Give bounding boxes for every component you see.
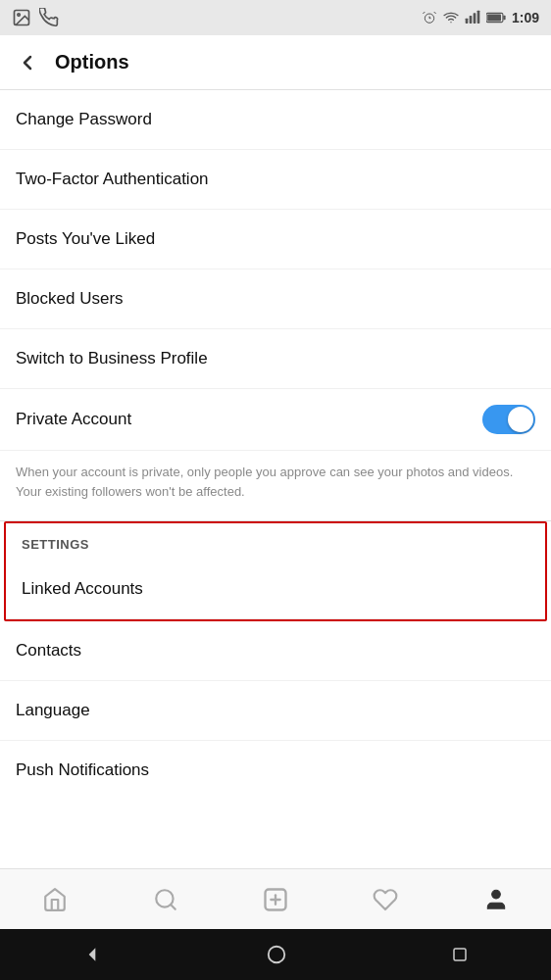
android-home-button[interactable]	[266, 944, 287, 965]
private-account-row[interactable]: Private Account	[0, 389, 551, 451]
toggle-thumb	[508, 407, 533, 432]
status-bar: 1:09	[0, 0, 551, 35]
image-icon	[12, 8, 31, 27]
nav-search[interactable]	[142, 876, 189, 923]
status-bar-right: 1:09	[422, 10, 539, 25]
page-title: Options	[55, 51, 129, 74]
android-nav-bar	[0, 929, 551, 980]
svg-line-3	[423, 12, 425, 14]
svg-rect-20	[454, 949, 466, 960]
menu-item-language[interactable]: Language	[0, 681, 551, 741]
private-account-toggle[interactable]	[482, 405, 535, 434]
svg-line-4	[434, 12, 436, 14]
toggle-track	[482, 405, 535, 434]
svg-point-17	[491, 890, 500, 899]
time-display: 1:09	[512, 10, 539, 25]
svg-marker-18	[88, 948, 95, 960]
content-area: Change Password Two-Factor Authenticatio…	[0, 90, 551, 868]
menu-item-change-password[interactable]: Change Password	[0, 90, 551, 150]
menu-item-contacts[interactable]: Contacts	[0, 621, 551, 681]
bottom-nav	[0, 868, 551, 929]
svg-rect-7	[474, 13, 476, 24]
svg-rect-6	[470, 16, 473, 24]
back-button[interactable]	[16, 51, 39, 74]
private-account-label: Private Account	[16, 410, 131, 429]
menu-item-two-factor[interactable]: Two-Factor Authentication	[0, 150, 551, 210]
battery-icon	[486, 11, 506, 24]
svg-rect-5	[466, 19, 469, 24]
phone-icon	[39, 8, 59, 27]
nav-activity[interactable]	[362, 876, 409, 923]
menu-item-business-profile[interactable]: Switch to Business Profile	[0, 329, 551, 389]
svg-point-1	[18, 14, 20, 16]
svg-rect-10	[487, 15, 501, 22]
svg-point-19	[269, 947, 285, 963]
private-account-description: When your account is private, only peopl…	[0, 451, 551, 521]
menu-item-push-notifications[interactable]: Push Notifications	[0, 741, 551, 800]
svg-rect-8	[477, 11, 480, 24]
android-recents-button[interactable]	[451, 946, 469, 963]
status-bar-left	[12, 8, 59, 27]
nav-add[interactable]	[252, 876, 299, 923]
nav-profile[interactable]	[473, 876, 520, 923]
alarm-icon	[422, 10, 437, 25]
wifi-icon	[443, 10, 459, 25]
signal-icon	[465, 10, 480, 25]
nav-home[interactable]	[31, 876, 78, 923]
svg-rect-11	[503, 16, 505, 21]
settings-section-highlighted: SETTINGS Linked Accounts	[4, 521, 547, 621]
android-back-button[interactable]	[82, 945, 102, 964]
menu-item-posts-liked[interactable]: Posts You've Liked	[0, 210, 551, 270]
header: Options	[0, 35, 551, 90]
menu-item-blocked-users[interactable]: Blocked Users	[0, 270, 551, 329]
menu-item-linked-accounts[interactable]: Linked Accounts	[6, 560, 545, 619]
settings-section-header: SETTINGS	[6, 523, 545, 560]
svg-line-13	[171, 905, 175, 909]
